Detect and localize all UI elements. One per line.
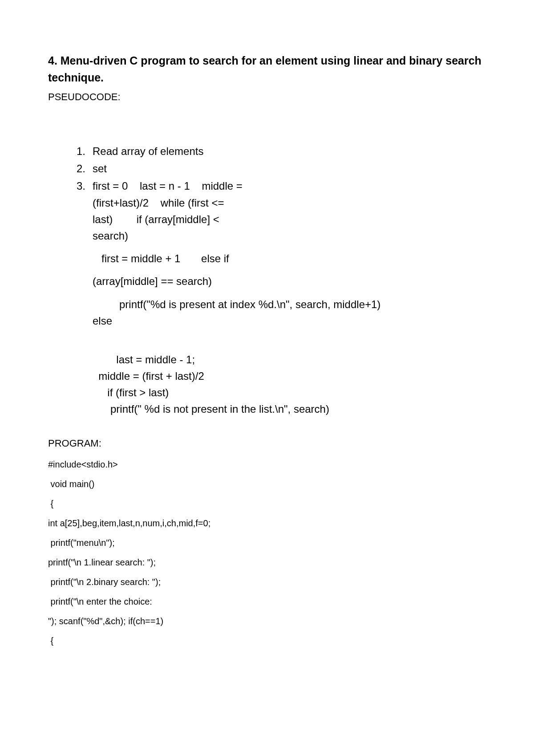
code-line: printf("\n 2.binary search: ");: [48, 576, 486, 588]
list-item: set: [77, 160, 486, 177]
code-line: {: [48, 497, 486, 510]
document-title: 4. Menu-driven C program to search for a…: [48, 53, 486, 86]
program-label: PROGRAM:: [48, 438, 486, 449]
document-page: 4. Menu-driven C program to search for a…: [0, 0, 534, 690]
code-line: printf("\n enter the choice:: [48, 595, 486, 608]
code-line: int a[25],beg,item,last,n,num,i,ch,mid,f…: [48, 517, 486, 529]
pseudocode-label: PSEUDOCODE:: [48, 91, 486, 103]
list-item: Read array of elements: [77, 143, 486, 159]
list-text: (array[middle] == search): [93, 273, 486, 289]
code-line: printf("\n 1.linear search: ");: [48, 556, 486, 569]
list-text: set: [93, 163, 107, 175]
code-line: printf("menu\n");: [48, 537, 486, 549]
list-text: printf("%d is present at index %d.\n", s…: [93, 296, 486, 329]
list-text: first = middle + 1 else if: [93, 250, 486, 267]
code-line: {: [48, 634, 486, 647]
pseudocode-continuation: last = middle - 1; middle = (first + las…: [48, 351, 486, 418]
list-text: first = 0 last = n - 1 middle = (first+l…: [93, 178, 486, 244]
code-line: #include<stdio.h>: [48, 458, 486, 471]
pseudocode-list: Read array of elements set first = 0 las…: [48, 143, 486, 329]
list-text: Read array of elements: [93, 145, 203, 157]
code-line: "); scanf("%d",&ch); if(ch==1): [48, 615, 486, 627]
list-item: first = 0 last = n - 1 middle = (first+l…: [77, 178, 486, 329]
code-line: void main(): [48, 478, 486, 490]
